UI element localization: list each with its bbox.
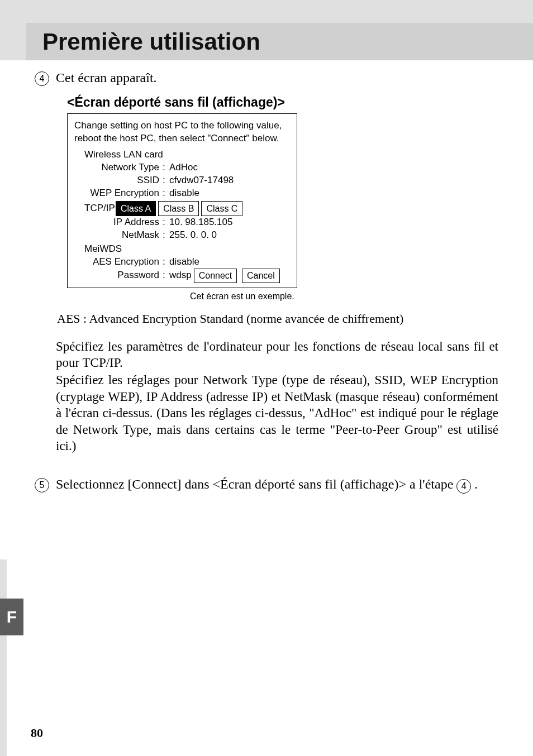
- wep-value: disable: [169, 187, 291, 200]
- cancel-button[interactable]: Cancel: [242, 269, 280, 283]
- paragraph-1: Spécifiez les paramètres de l'ordinateur…: [56, 338, 498, 371]
- class-b-button[interactable]: Class B: [158, 201, 199, 217]
- page: Première utilisation F 4 Cet écran appar…: [0, 0, 533, 756]
- step-5-text-pre: Selectionnez [Connect] dans <Écran dépor…: [56, 477, 456, 491]
- password-value: wdsp: [169, 269, 192, 282]
- header-banner: Première utilisation: [26, 23, 533, 60]
- paragraph-2: Spécifiez les réglages pour Network Type…: [56, 372, 498, 454]
- language-tab: F: [0, 599, 23, 635]
- kv-password: Password : wdsp Connect Cancel: [74, 269, 291, 283]
- ip-label: IP Address: [84, 216, 163, 229]
- netmask-value: 255. 0. 0. 0: [169, 229, 291, 242]
- page-title: Première utilisation: [26, 28, 260, 55]
- class-c-button[interactable]: Class C: [201, 201, 242, 217]
- content-area: 4 Cet écran apparaît. <Écran déporté san…: [35, 67, 498, 494]
- step-ref-4: 4: [456, 479, 471, 494]
- ssid-value: cfvdw07-17498: [169, 174, 291, 187]
- wlan-heading: Wireless LAN card: [74, 149, 291, 161]
- step-4: 4 Cet écran apparaît. <Écran déporté san…: [35, 70, 498, 454]
- kv-netmask: NetMask : 255. 0. 0. 0: [74, 229, 291, 242]
- kv-sep: :: [163, 174, 169, 187]
- kv-sep: :: [163, 187, 169, 200]
- step-marker-4: 4: [35, 71, 49, 86]
- kv-network-type: Network Type : AdHoc: [74, 161, 291, 174]
- step-5-text-post: .: [474, 477, 478, 491]
- wireless-dialog: Change setting on host PC to the followi…: [67, 113, 297, 288]
- example-note: Cet écran est un exemple.: [190, 291, 498, 302]
- meiwds-heading: MeiWDS: [74, 243, 291, 256]
- side-strip: [0, 559, 7, 756]
- language-tab-label: F: [7, 607, 17, 626]
- dialog-intro: Change setting on host PC to the followi…: [74, 119, 291, 145]
- dialog-subheading: <Écran déporté sans fil (affichage)>: [67, 95, 498, 110]
- kv-ssid: SSID : cfvdw07-17498: [74, 174, 291, 187]
- kv-sep: :: [163, 229, 169, 242]
- aes-label: AES Encryption: [84, 256, 163, 269]
- page-number: 80: [31, 726, 43, 740]
- kv-ip: IP Address : 10. 98.185.105: [74, 216, 291, 229]
- kv-sep: :: [163, 161, 169, 174]
- password-label: Password: [84, 269, 163, 282]
- network-type-label: Network Type: [84, 161, 163, 174]
- tcpip-label: TCP/IP: [74, 202, 113, 215]
- ip-value: 10. 98.185.105: [169, 216, 291, 229]
- tcpip-row: TCP/IP Class A Class B Class C: [74, 201, 291, 217]
- step-marker-5: 5: [35, 478, 49, 492]
- kv-aes: AES Encryption : disable: [74, 256, 291, 269]
- connect-button[interactable]: Connect: [194, 269, 237, 283]
- wep-label: WEP Encryption: [84, 187, 163, 200]
- network-type-value: AdHoc: [169, 161, 291, 174]
- step-5: 5 Selectionnez [Connect] dans <Écran dép…: [35, 477, 498, 494]
- step-4-text: Cet écran apparaît.: [56, 70, 157, 85]
- class-a-button[interactable]: Class A: [116, 201, 156, 217]
- ssid-label: SSID: [84, 174, 163, 187]
- kv-sep: :: [163, 256, 169, 269]
- kv-sep: :: [163, 269, 169, 282]
- aes-value: disable: [169, 256, 291, 269]
- kv-sep: :: [163, 216, 169, 229]
- netmask-label: NetMask: [84, 229, 163, 242]
- aes-definition: AES : Advanced Encryption Standard (norm…: [57, 312, 498, 326]
- kv-wep: WEP Encryption : disable: [74, 187, 291, 200]
